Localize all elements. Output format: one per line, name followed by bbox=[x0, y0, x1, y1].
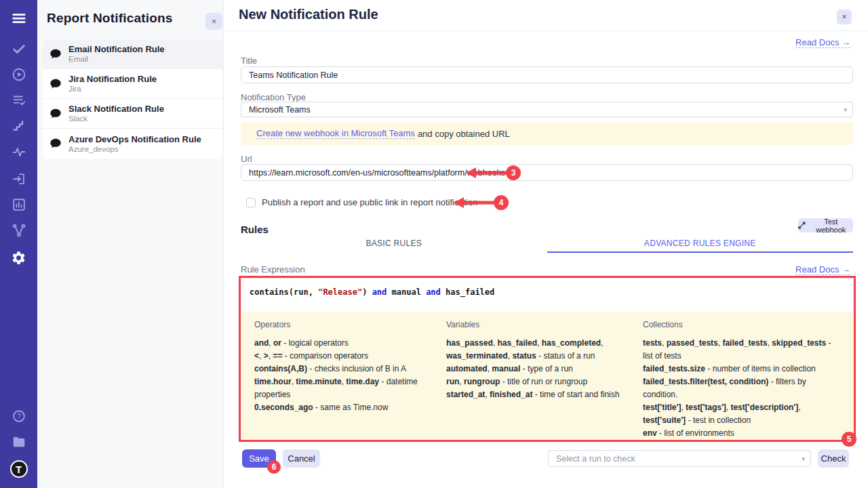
list-item-subtitle: Slack bbox=[68, 114, 164, 123]
list-item-title: Slack Notification Rule bbox=[68, 104, 164, 114]
panel-title: Report Notifications bbox=[47, 11, 173, 26]
help-column-operators: Operatorsand, or - logical operators<, >… bbox=[254, 320, 446, 440]
new-notification-rule-form: New Notification Rule × Read Docs → Titl… bbox=[224, 0, 868, 488]
title-input[interactable] bbox=[241, 66, 853, 83]
rail-item-analytics[interactable] bbox=[0, 141, 37, 163]
list-item[interactable]: Slack Notification RuleSlack bbox=[43, 99, 222, 129]
sign-in-icon bbox=[12, 171, 26, 186]
notification-type-value: Microsoft Teams bbox=[249, 105, 311, 115]
list-item-subtitle: Email bbox=[68, 54, 165, 64]
test-webhook-button[interactable]: Test webhook bbox=[798, 218, 853, 232]
page-title: New Notification Rule bbox=[239, 7, 378, 22]
list-item[interactable]: Azure DevOps Notification RuleAzure_devo… bbox=[43, 129, 222, 159]
help-column-collections: Collectionstests, passed_tests, failed_t… bbox=[643, 320, 847, 440]
annotation-arrow-3 bbox=[465, 167, 509, 179]
publish-report-checkbox[interactable] bbox=[246, 198, 256, 207]
notification-type-select[interactable]: Microsoft Teams ▾ bbox=[241, 102, 853, 117]
help-icon: ? bbox=[12, 409, 26, 424]
rail-item-reports[interactable] bbox=[0, 194, 37, 216]
list-item-title: Email Notification Rule bbox=[68, 44, 165, 54]
run-select[interactable]: Select a run to check ▾ bbox=[548, 450, 811, 467]
steps-icon bbox=[12, 119, 26, 134]
notification-type-label: Notification Type bbox=[241, 92, 306, 102]
run-select-placeholder: Select a run to check bbox=[556, 454, 635, 464]
publish-report-label: Publish a report and use public link in … bbox=[262, 197, 478, 207]
rule-expression-code: contains(run, "Release") and manual and … bbox=[250, 287, 853, 297]
play-circle-icon bbox=[12, 67, 26, 82]
svg-text:?: ? bbox=[17, 413, 21, 420]
annotation-badge-4: 4 bbox=[494, 195, 509, 210]
annotation-badge-3: 3 bbox=[506, 165, 521, 180]
annotation-arrow-4 bbox=[453, 197, 496, 209]
list-item-title: Jira Notification Rule bbox=[68, 74, 157, 84]
title-label: Title bbox=[241, 56, 257, 66]
speech-bubble-icon bbox=[50, 48, 62, 60]
list-item-subtitle: Jira bbox=[68, 84, 157, 94]
list-check-icon bbox=[12, 93, 26, 108]
rail-item-settings[interactable] bbox=[0, 247, 37, 268]
chevron-down-icon: ▾ bbox=[802, 455, 805, 462]
form-close-button[interactable]: × bbox=[837, 9, 852, 24]
test-webhook-label: Test webhook bbox=[809, 218, 853, 234]
chevron-down-icon: ▾ bbox=[844, 106, 847, 113]
branch-icon bbox=[12, 223, 26, 238]
rail-item-help[interactable]: ? bbox=[0, 405, 37, 427]
help-column-variables: Variableshas_passed, has_failed, has_com… bbox=[446, 320, 643, 440]
bar-chart-icon bbox=[12, 197, 26, 212]
send-test-icon bbox=[798, 222, 806, 229]
list-item-subtitle: Azure_devops bbox=[68, 144, 201, 154]
list-item[interactable]: Email Notification RuleEmail bbox=[43, 39, 222, 69]
list-item-title: Azure DevOps Notification Rule bbox=[68, 134, 201, 144]
rail-item-tests[interactable] bbox=[0, 38, 37, 60]
annotation-badge-6: 6 bbox=[267, 460, 281, 474]
close-icon: × bbox=[842, 12, 846, 22]
create-webhook-link[interactable]: Create new webhook in Microsoft Teams bbox=[256, 128, 415, 139]
gear-icon bbox=[11, 250, 26, 266]
annotation-badge-5: 5 bbox=[842, 432, 856, 447]
rail-item-milestones[interactable] bbox=[0, 115, 37, 137]
speech-bubble-icon bbox=[50, 78, 62, 90]
rules-tabs: BASIC RULESADVANCED RULES ENGINE bbox=[241, 239, 853, 253]
speech-bubble-icon bbox=[50, 138, 62, 150]
list-item[interactable]: Jira Notification RuleJira bbox=[43, 69, 222, 99]
activity-icon bbox=[12, 144, 26, 159]
report-notifications-panel: Report Notifications × Email Notificatio… bbox=[37, 0, 224, 488]
url-input[interactable] bbox=[241, 164, 853, 181]
rail-item-projects[interactable] bbox=[0, 431, 37, 453]
annotation-frame: contains(run, "Release") and manual and … bbox=[239, 276, 856, 442]
rules-read-docs-link[interactable]: Read Docs → bbox=[795, 264, 850, 275]
speech-bubble-icon bbox=[50, 108, 62, 120]
tab-basic-rules[interactable]: BASIC RULES bbox=[241, 239, 547, 253]
rail-item-plans[interactable] bbox=[0, 89, 37, 111]
publish-report-row: Publish a report and use public link in … bbox=[246, 197, 478, 207]
rules-heading: Rules bbox=[241, 224, 269, 235]
tab-advanced-rules-engine[interactable]: ADVANCED RULES ENGINE bbox=[547, 239, 854, 253]
expression-help-box: Operatorsand, or - logical operators<, >… bbox=[241, 312, 854, 440]
rail-item-branches[interactable] bbox=[0, 220, 37, 241]
rule-expression-editor[interactable]: contains(run, "Release") and manual and … bbox=[241, 278, 854, 312]
close-icon: × bbox=[212, 16, 217, 26]
rule-expression-label: Rule Expression bbox=[241, 264, 305, 274]
check-button[interactable]: Check bbox=[818, 449, 849, 468]
rail-item-import[interactable] bbox=[0, 168, 37, 190]
menu-button[interactable] bbox=[0, 7, 37, 29]
icon-rail: ? T bbox=[0, 0, 37, 488]
folder-icon bbox=[12, 434, 26, 449]
cancel-button[interactable]: Cancel bbox=[283, 449, 320, 468]
notification-list: Email Notification RuleEmailJira Notific… bbox=[43, 39, 222, 159]
menu-icon bbox=[12, 11, 26, 26]
form-actions: Save Cancel Select a run to check ▾ Chec… bbox=[224, 449, 868, 468]
webhook-hint-box: Create new webhook in Microsoft Teams an… bbox=[241, 122, 853, 145]
app-window: ? T Report Notifications × Email Notific… bbox=[0, 0, 868, 488]
url-label: Url bbox=[241, 154, 252, 164]
panel-close-button[interactable]: × bbox=[205, 13, 222, 30]
read-docs-link[interactable]: Read Docs → bbox=[795, 37, 850, 48]
avatar-t-icon: T bbox=[10, 460, 28, 478]
user-avatar[interactable]: T bbox=[0, 458, 37, 480]
header-divider bbox=[224, 30, 868, 31]
webhook-hint-text: and copy obtained URL bbox=[418, 129, 510, 139]
check-icon bbox=[12, 41, 26, 56]
rail-item-runs[interactable] bbox=[0, 64, 37, 85]
